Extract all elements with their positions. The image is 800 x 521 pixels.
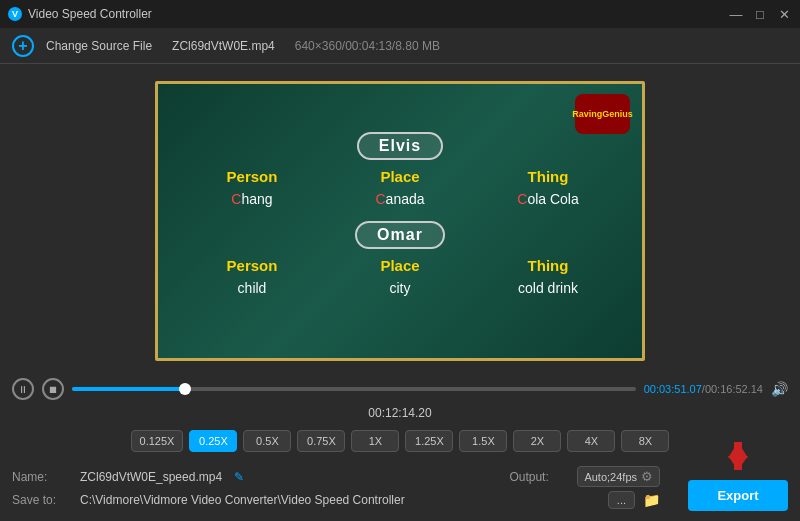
- elvis-name: Elvis: [379, 137, 421, 154]
- export-button[interactable]: Export: [688, 480, 788, 511]
- speed-075-button[interactable]: 0.75X: [297, 430, 345, 452]
- folder-icon[interactable]: 📁: [643, 492, 660, 508]
- ans2-thing: cold drink: [488, 280, 608, 296]
- output-label: Output:: [509, 470, 569, 484]
- video-frame: Raving Genius Elvis Person Place Thing C…: [155, 81, 645, 361]
- category-row-1: Person Place Thing: [178, 168, 622, 185]
- cat2-thing: Thing: [488, 257, 608, 274]
- speed-2-button[interactable]: 2X: [513, 430, 561, 452]
- answer-row-2: child city cold drink: [178, 280, 622, 296]
- speed-15-button[interactable]: 1.5X: [459, 430, 507, 452]
- speed-125-button[interactable]: 1.25X: [405, 430, 453, 452]
- stop-button[interactable]: ⏹: [42, 378, 64, 400]
- display-time: 00:12:14.20: [368, 406, 431, 420]
- display-time-row: 00:12:14.20: [12, 406, 788, 420]
- speed-8-button[interactable]: 8X: [621, 430, 669, 452]
- save-to-row: Save to: C:\Vidmore\Vidmore Video Conver…: [12, 491, 788, 509]
- cat1-person: Person: [192, 168, 312, 185]
- speed-0125-button[interactable]: 0.125X: [131, 430, 184, 452]
- progress-thumb[interactable]: [179, 383, 191, 395]
- playback-controls: ⏸ ⏹ 00:03:51.07/00:16:52.14 🔊: [12, 376, 788, 402]
- ans2-place: city: [340, 280, 460, 296]
- output-filename: ZCl69dVtW0E_speed.mp4: [80, 470, 222, 484]
- main-content: Raving Genius Elvis Person Place Thing C…: [0, 64, 800, 521]
- browse-dots-button[interactable]: ...: [608, 491, 635, 509]
- source-filename: ZCl69dVtW0E.mp4: [172, 39, 275, 53]
- speed-4-button[interactable]: 4X: [567, 430, 615, 452]
- maximize-button[interactable]: □: [752, 7, 768, 22]
- speed-025-button[interactable]: 0.25X: [189, 430, 237, 452]
- raving-genius-logo: Raving Genius: [575, 94, 630, 134]
- omar-name-box: Omar: [355, 221, 445, 249]
- arrow-down-icon: [718, 436, 758, 476]
- file-info: 640×360/00:04:13/8.80 MB: [295, 39, 440, 53]
- cat2-person: Person: [192, 257, 312, 274]
- speed-05-button[interactable]: 0.5X: [243, 430, 291, 452]
- cat2-place: Place: [340, 257, 460, 274]
- elvis-name-box: Elvis: [357, 132, 443, 160]
- svg-marker-2: [728, 456, 748, 470]
- bottom-section: Name: ZCl69dVtW0E_speed.mp4 ✎ Output: Au…: [12, 462, 788, 513]
- category-row-2: Person Place Thing: [178, 257, 622, 274]
- save-to-label: Save to:: [12, 493, 72, 507]
- answer-row-1: Chang Canada Cola Cola: [178, 191, 622, 207]
- speed-buttons-container: 0.125X 0.25X 0.5X 0.75X 1X 1.25X 1.5X 2X…: [12, 426, 788, 456]
- current-time: 00:03:51.07/00:16:52.14: [644, 383, 763, 395]
- cat1-thing: Thing: [488, 168, 608, 185]
- output-format-select[interactable]: Auto;24fps ⚙: [577, 466, 660, 487]
- minimize-button[interactable]: —: [728, 7, 744, 22]
- progress-fill: [72, 387, 185, 391]
- app-logo: V: [8, 7, 22, 21]
- edit-filename-icon[interactable]: ✎: [234, 470, 244, 484]
- change-source-label[interactable]: Change Source File: [46, 39, 152, 53]
- gear-icon[interactable]: ⚙: [641, 469, 653, 484]
- title-bar: V Video Speed Controller — □ ✕: [0, 0, 800, 28]
- ans2-person: child: [192, 280, 312, 296]
- window-controls: — □ ✕: [728, 7, 792, 22]
- svg-rect-1: [734, 442, 742, 458]
- name-row: Name: ZCl69dVtW0E_speed.mp4 ✎ Output: Au…: [12, 466, 788, 487]
- speed-1-button[interactable]: 1X: [351, 430, 399, 452]
- cat1-place: Place: [340, 168, 460, 185]
- progress-bar[interactable]: [72, 387, 636, 391]
- volume-icon[interactable]: 🔊: [771, 381, 788, 397]
- play-pause-button[interactable]: ⏸: [12, 378, 34, 400]
- ans1-person: Chang: [192, 191, 312, 207]
- ans1-thing: Cola Cola: [488, 191, 608, 207]
- app-title: Video Speed Controller: [28, 7, 152, 21]
- video-content: Raving Genius Elvis Person Place Thing C…: [158, 84, 642, 358]
- video-area: Raving Genius Elvis Person Place Thing C…: [12, 72, 788, 370]
- omar-name: Omar: [377, 226, 423, 243]
- save-path-value: C:\Vidmore\Vidmore Video Converter\Video…: [80, 493, 600, 507]
- toolbar: + Change Source File ZCl69dVtW0E.mp4 640…: [0, 28, 800, 64]
- name-label: Name:: [12, 470, 72, 484]
- export-area: Export: [688, 436, 788, 511]
- add-source-button[interactable]: +: [12, 35, 34, 57]
- close-button[interactable]: ✕: [776, 7, 792, 22]
- ans1-place: Canada: [340, 191, 460, 207]
